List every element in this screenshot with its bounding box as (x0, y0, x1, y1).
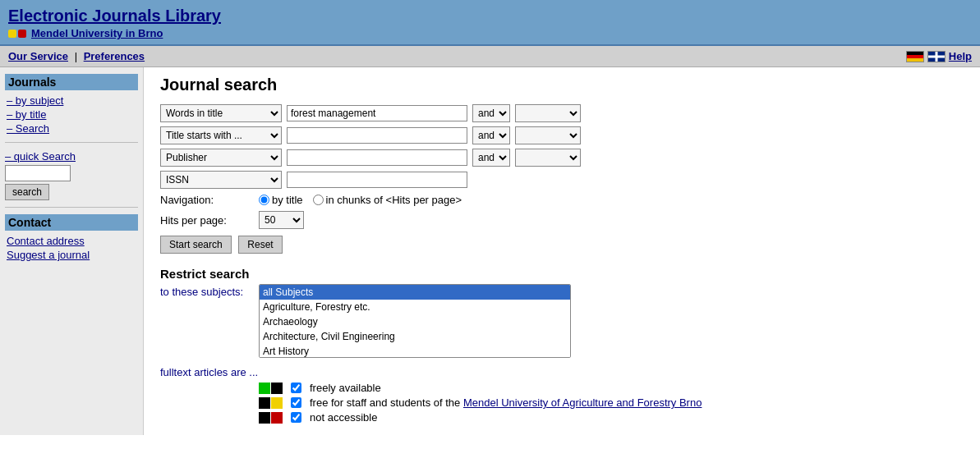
fulltext-section: fulltext articles are ... freely availab… (160, 366, 964, 424)
dot-yellow (8, 30, 16, 38)
nav-in-chunks-radio[interactable] (313, 195, 324, 205)
navbar: Our Service | Preferences Help (0, 46, 980, 67)
subject-all: all Subjects (260, 285, 570, 300)
restrict-search-title: Restrict search (160, 267, 964, 281)
search-row-1: Words in title Title starts with ... Pub… (160, 104, 964, 122)
help-link[interactable]: Help (949, 50, 972, 62)
subject-archaeology: Archaeology (260, 314, 570, 329)
hits-per-page-row: Hits per page: 50 10 20 100 (160, 211, 964, 229)
university-dots (8, 30, 26, 38)
staff-label: free for staff and students of the Mende… (310, 396, 702, 409)
sidebar-item-by-title[interactable]: – by title (7, 108, 138, 121)
subject-architecture: Architecture, Civil Engineering (260, 329, 570, 344)
navigation-options: by title in chunks of <Hits per page> (259, 194, 462, 206)
and-select-3[interactable]: and or not (472, 149, 510, 167)
subject-art-history: Art History (260, 344, 570, 358)
extra-select-3[interactable] (515, 149, 581, 167)
search-value-input-3[interactable] (287, 149, 467, 166)
fulltext-row-staff: free for staff and students of the Mende… (259, 396, 964, 409)
journals-section-title: Journals (5, 74, 138, 90)
flag-german-icon[interactable] (906, 51, 924, 62)
freely-available-label: freely available (310, 382, 381, 394)
staff-checkbox[interactable] (291, 397, 301, 408)
search-row-2: Words in title Title starts with ... Pub… (160, 126, 964, 144)
contact-section-title: Contact (5, 214, 138, 231)
not-accessible-color-red (271, 412, 283, 424)
action-buttons: Start search Reset (160, 236, 964, 254)
quick-search-input[interactable] (5, 165, 71, 181)
and-select-2[interactable]: and or not (472, 126, 510, 144)
search-value-input-1[interactable] (287, 105, 467, 121)
content-area: Journal search Words in title Title star… (144, 67, 980, 435)
reset-button[interactable]: Reset (238, 236, 282, 254)
hits-per-page-label: Hits per page: (160, 214, 259, 227)
nav-by-title-label[interactable]: by title (259, 194, 303, 206)
nav-in-chunks-text: in chunks of <Hits per page> (326, 194, 462, 206)
nav-separator: | (75, 50, 77, 62)
sidebar-divider-2 (5, 207, 138, 208)
nav-by-title-text: by title (272, 194, 303, 206)
sidebar-item-search[interactable]: – Search (7, 121, 138, 135)
staff-color-yellow (271, 397, 283, 409)
and-select-1[interactable]: and or not (472, 104, 510, 122)
subject-agriculture: Agriculture, Forestry etc. (260, 300, 570, 314)
page-title: Journal search (160, 76, 964, 94)
freely-available-checkbox[interactable] (291, 383, 301, 393)
our-service-link[interactable]: Our Service (8, 50, 68, 62)
search-row-3: Words in title Title starts with ... Pub… (160, 149, 964, 167)
not-accessible-checkbox[interactable] (291, 412, 301, 423)
flag-uk-icon[interactable] (927, 51, 945, 62)
navbar-left: Our Service | Preferences (8, 50, 145, 62)
not-accessible-color-box (259, 412, 283, 424)
main-layout: Journals – by subject – by title – Searc… (0, 67, 980, 435)
restrict-row: to these subjects: all Subjects Agricult… (160, 284, 964, 358)
university-name[interactable]: Mendel University in Brno (31, 27, 163, 39)
nav-by-title-radio[interactable] (259, 195, 269, 205)
hits-per-page-select[interactable]: 50 10 20 100 (259, 211, 304, 229)
fulltext-intro-text: fulltext articles are ... (160, 366, 259, 378)
nav-in-chunks-label[interactable]: in chunks of <Hits per page> (313, 194, 462, 206)
extra-select-2[interactable] (515, 126, 581, 144)
navigation-row: Navigation: by title in chunks of <Hits … (160, 194, 964, 206)
sidebar-item-by-subject[interactable]: – by subject (7, 94, 138, 108)
fulltext-intro-row: fulltext articles are ... (160, 366, 964, 378)
contact-address-link[interactable]: Contact address (7, 234, 138, 248)
staff-color-box (259, 397, 283, 409)
search-field-select-2[interactable]: Words in title Title starts with ... Pub… (160, 126, 282, 144)
search-field-select-4[interactable]: Words in title Title starts with ... Pub… (160, 171, 282, 189)
suggest-journal-link[interactable]: Suggest a journal (7, 248, 138, 262)
freely-color-green (259, 383, 270, 394)
header: Electronic Journals Library Mendel Unive… (0, 0, 980, 46)
quick-search-button[interactable]: search (5, 184, 49, 200)
sidebar: Journals – by subject – by title – Searc… (0, 67, 144, 435)
dot-red (18, 30, 26, 38)
restrict-label: to these subjects: (160, 286, 259, 298)
navigation-label: Navigation: (160, 194, 259, 206)
search-row-4: Words in title Title starts with ... Pub… (160, 171, 964, 189)
quick-search-label: – quick Search (5, 149, 138, 163)
search-value-input-2[interactable] (287, 127, 467, 144)
freely-color-black (271, 383, 283, 394)
fulltext-row-not-accessible: not accessible (259, 411, 964, 424)
fulltext-row-freely: freely available (259, 382, 964, 394)
preferences-link[interactable]: Preferences (84, 50, 145, 62)
staff-color-black (259, 397, 270, 409)
search-field-select-1[interactable]: Words in title Title starts with ... Pub… (160, 104, 282, 122)
search-field-select-3[interactable]: Words in title Title starts with ... Pub… (160, 149, 282, 167)
start-search-button[interactable]: Start search (160, 236, 232, 254)
site-title[interactable]: Electronic Journals Library (8, 7, 221, 25)
extra-select-1[interactable] (515, 104, 581, 122)
subjects-list[interactable]: all Subjects Agriculture, Forestry etc. … (259, 284, 571, 358)
navbar-right: Help (906, 50, 972, 62)
search-value-input-4[interactable] (287, 172, 467, 188)
restrict-search-section: Restrict search to these subjects: all S… (160, 267, 964, 358)
not-accessible-label: not accessible (310, 411, 377, 424)
not-accessible-color-black (259, 412, 270, 424)
sidebar-divider (5, 142, 138, 143)
freely-color-box (259, 383, 283, 394)
